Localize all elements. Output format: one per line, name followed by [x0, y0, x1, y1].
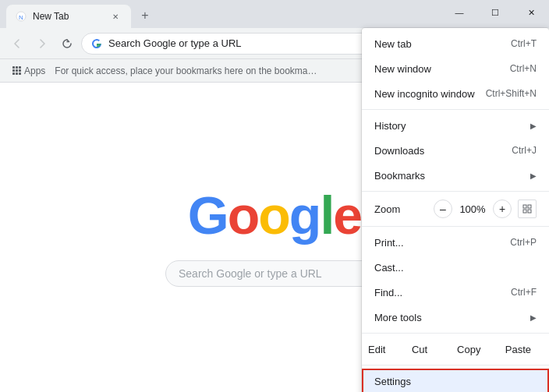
menu-item-find-shortcut: Ctrl+F [511, 287, 537, 298]
menu-item-new-incognito-shortcut: Ctrl+Shift+N [486, 88, 537, 99]
title-bar: N New Tab ✕ + — ☐ ✕ [0, 0, 549, 28]
fullscreen-button[interactable] [518, 200, 537, 218]
bookmarks-hint: For quick access, place your bookmarks h… [55, 65, 320, 76]
menu-item-cast-label: Cast... [374, 262, 404, 274]
menu-item-print-label: Print... [374, 237, 404, 249]
edit-label: Edit [368, 344, 385, 355]
zoom-in-button[interactable]: + [493, 200, 512, 218]
zoom-out-button[interactable]: – [434, 200, 452, 218]
logo-g2: g [289, 185, 321, 245]
svg-rect-7 [528, 205, 531, 208]
search-box[interactable]: Search Google or type a URL [165, 260, 384, 287]
menu-divider-4 [362, 333, 549, 334]
zoom-level-value: 100% [459, 203, 487, 215]
menu-item-new-incognito-label: New incognito window [374, 88, 475, 100]
zoom-control: – 100% + [434, 200, 537, 218]
menu-item-zoom-label: Zoom [374, 203, 400, 215]
menu-item-more-tools-label: More tools [374, 312, 422, 323]
tab-title-label: New Tab [33, 11, 103, 22]
tab-favicon: N [16, 11, 27, 22]
logo-o2: o [258, 185, 289, 245]
menu-item-zoom: Zoom – 100% + [362, 195, 549, 223]
menu-divider-1 [362, 109, 549, 110]
menu-item-history-label: History [374, 120, 406, 132]
search-box-text: Search Google or type a URL [179, 267, 322, 280]
menu-item-new-window-label: New window [374, 63, 431, 75]
svg-text:N: N [19, 14, 23, 21]
cut-button[interactable]: Cut [395, 341, 444, 358]
logo-o1: o [228, 185, 259, 245]
svg-rect-8 [523, 210, 526, 213]
menu-divider-3 [362, 226, 549, 227]
window-controls: — ☐ ✕ [441, 0, 549, 25]
browser-frame: N New Tab ✕ + — ☐ ✕ [0, 0, 549, 392]
menu-item-bookmarks-label: Bookmarks [374, 170, 425, 182]
menu-item-new-incognito[interactable]: New incognito window Ctrl+Shift+N [362, 81, 549, 106]
paste-button[interactable]: Paste [494, 341, 543, 358]
menu-divider-5 [362, 365, 549, 366]
logo-l: l [320, 185, 333, 245]
apps-icon[interactable]: Apps [9, 64, 48, 78]
menu-item-edit-group: Edit Cut Copy Paste [362, 337, 549, 362]
svg-rect-9 [528, 210, 531, 213]
logo-e: e [333, 185, 361, 245]
menu-item-new-tab[interactable]: New tab Ctrl+T [362, 31, 549, 56]
bookmarks-arrow-icon: ▶ [530, 171, 537, 180]
google-logo-text: Google [188, 189, 361, 242]
menu-item-settings[interactable]: Settings [362, 369, 549, 392]
tab-close-button[interactable]: ✕ [109, 10, 122, 23]
more-tools-arrow-icon: ▶ [530, 313, 537, 322]
forward-button[interactable] [31, 33, 53, 55]
history-arrow-icon: ▶ [530, 122, 537, 130]
menu-item-find-label: Find... [374, 287, 402, 298]
copy-button[interactable]: Copy [445, 341, 494, 358]
menu-item-downloads-label: Downloads [374, 145, 424, 157]
close-button[interactable]: ✕ [513, 0, 549, 25]
menu-item-more-tools[interactable]: More tools ▶ [362, 305, 549, 330]
menu-item-print-shortcut: Ctrl+P [510, 237, 537, 248]
menu-item-new-tab-shortcut: Ctrl+T [511, 38, 537, 49]
menu-item-downloads[interactable]: Downloads Ctrl+J [362, 138, 549, 163]
context-menu: New tab Ctrl+T New window Ctrl+N New inc… [362, 28, 549, 392]
menu-item-new-window-shortcut: Ctrl+N [510, 63, 537, 74]
menu-item-find[interactable]: Find... Ctrl+F [362, 280, 549, 305]
menu-item-history[interactable]: History ▶ [362, 113, 549, 138]
new-tab-button[interactable]: + [134, 5, 156, 26]
minimize-button[interactable]: — [441, 0, 477, 25]
menu-item-settings-label: Settings [374, 376, 411, 387]
browser-tab[interactable]: N New Tab ✕ [6, 5, 131, 28]
apps-label: Apps [24, 65, 45, 76]
menu-item-downloads-shortcut: Ctrl+J [512, 145, 537, 156]
menu-item-new-tab-label: New tab [374, 38, 412, 50]
maximize-button[interactable]: ☐ [477, 0, 513, 25]
google-logo: Google [188, 189, 361, 242]
reload-button[interactable] [56, 33, 78, 55]
menu-divider-2 [362, 191, 549, 192]
logo-g1: G [188, 185, 228, 245]
back-button[interactable] [6, 33, 28, 55]
menu-item-cast[interactable]: Cast... [362, 255, 549, 280]
menu-item-print[interactable]: Print... Ctrl+P [362, 230, 549, 255]
svg-rect-6 [523, 205, 526, 208]
grid-icon [12, 66, 21, 75]
menu-item-bookmarks[interactable]: Bookmarks ▶ [362, 163, 549, 188]
menu-item-new-window[interactable]: New window Ctrl+N [362, 56, 549, 81]
